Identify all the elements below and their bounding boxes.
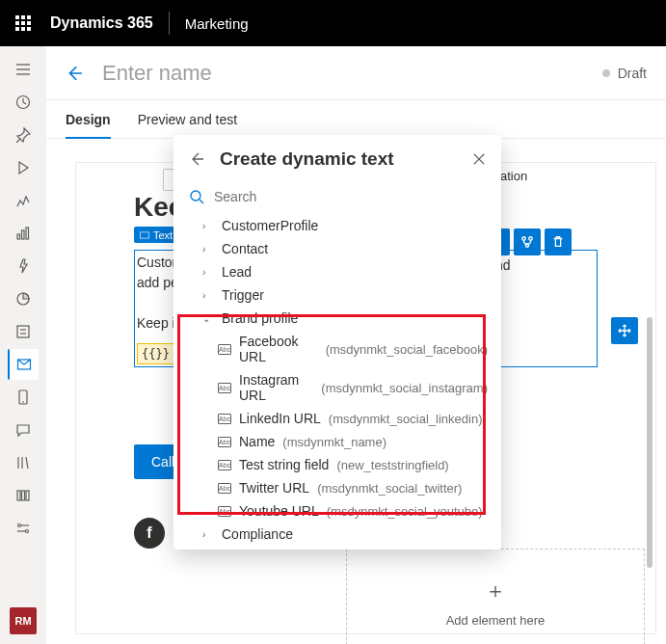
flyout-back-icon[interactable] — [189, 151, 204, 167]
facebook-icon[interactable]: f — [134, 518, 165, 549]
svg-point-40 — [191, 191, 200, 201]
hamburger-icon[interactable] — [8, 54, 39, 85]
columns-icon[interactable] — [8, 480, 39, 511]
leaf-schema: (msdynmkt_name) — [282, 435, 386, 449]
chevron-right-icon: › — [202, 267, 214, 278]
app-launcher-icon[interactable] — [8, 8, 39, 39]
plus-icon: ＋ — [485, 577, 506, 605]
left-nav-rail: RM — [0, 46, 46, 644]
leaf-label: Instagram URL — [239, 372, 313, 403]
search-input[interactable] — [214, 189, 486, 204]
tree-node[interactable]: ›Trigger — [179, 283, 497, 307]
flyout-title: Create dynamic text — [220, 148, 457, 170]
field-icon: Abc — [218, 460, 231, 470]
tree-node[interactable]: ›Contact — [179, 237, 497, 260]
tree-node[interactable]: ›Lead — [179, 260, 497, 283]
leaf-label: Youtube URL — [239, 503, 319, 519]
tree-leaf[interactable]: AbcYoutube URL (msdynmkt_social_youtube) — [179, 499, 497, 523]
chat-icon[interactable] — [8, 415, 39, 445]
pin-icon[interactable] — [8, 120, 39, 150]
topbar-divider — [169, 12, 170, 35]
tabs: Design Preview and test — [46, 100, 666, 139]
leaf-label: Twitter URL — [239, 480, 309, 496]
tree-leaf[interactable]: AbcTest string field (new_teststringfiel… — [179, 453, 497, 476]
leaf-label: Name — [239, 434, 275, 449]
chevron-right-icon: › — [202, 290, 214, 301]
tree-node-label: Trigger — [222, 287, 264, 303]
tree-node-label: CustomerProfile — [222, 218, 318, 233]
svg-rect-1 — [21, 15, 25, 19]
dynamic-token[interactable]: {{}} — [137, 343, 174, 364]
journeys-icon[interactable] — [8, 185, 39, 216]
tab-label: Preview and test — [138, 112, 238, 127]
product-brand[interactable]: Dynamics 365 — [50, 14, 153, 32]
field-icon: Abc — [218, 437, 231, 447]
search-icon — [189, 189, 204, 204]
svg-point-29 — [18, 524, 21, 527]
leaf-label: Test string field — [239, 457, 329, 472]
svg-point-35 — [522, 237, 526, 241]
back-icon[interactable] — [66, 65, 83, 82]
svg-rect-0 — [15, 15, 19, 19]
page-title[interactable]: Enter name — [102, 61, 212, 86]
recent-icon[interactable] — [8, 87, 39, 118]
svg-rect-26 — [17, 491, 20, 500]
svg-rect-6 — [15, 27, 19, 31]
tree-node[interactable]: ›CustomerProfile — [179, 214, 497, 237]
tree-node[interactable]: ⌄Brand profile — [179, 307, 497, 330]
branch-button[interactable] — [514, 228, 541, 255]
field-icon: Abc — [218, 506, 231, 517]
dynamic-text-flyout: Create dynamic text ›CustomerProfile›Con… — [173, 135, 501, 550]
mobile-icon[interactable] — [8, 382, 39, 413]
user-avatar[interactable]: RM — [10, 607, 37, 634]
module-label[interactable]: Marketing — [185, 15, 249, 32]
add-element-dropzone[interactable]: ＋ Add element here — [346, 549, 645, 644]
chevron-right-icon: › — [202, 221, 214, 231]
svg-rect-15 — [26, 228, 29, 239]
svg-rect-7 — [21, 27, 25, 31]
settings-icon[interactable] — [8, 513, 39, 544]
text-tag-label: Text — [153, 229, 173, 241]
leaf-schema: (msdynmkt_social_youtube) — [327, 504, 483, 519]
flyout-search[interactable] — [173, 183, 501, 214]
insights-icon[interactable] — [8, 283, 39, 314]
canvas-scrollbar[interactable] — [647, 317, 653, 568]
tree-leaf[interactable]: AbcTwitter URL (msdynmkt_social_twitter) — [179, 476, 497, 499]
leaf-schema: (msdynmkt_social_instagram) — [321, 381, 488, 395]
svg-line-25 — [26, 457, 28, 469]
leaf-label: Facebook URL — [239, 334, 318, 364]
leaf-schema: (msdynmkt_social_linkedin) — [329, 412, 483, 426]
field-icon: Abc — [218, 383, 231, 393]
play-icon[interactable] — [8, 152, 39, 183]
tab-design[interactable]: Design — [66, 100, 111, 138]
field-icon: Abc — [218, 344, 231, 355]
tree-node[interactable]: ›Compliance — [179, 523, 497, 546]
svg-rect-33 — [141, 231, 149, 237]
tab-label: Design — [66, 112, 111, 127]
svg-rect-14 — [22, 230, 25, 239]
svg-rect-27 — [22, 491, 25, 500]
tree-leaf[interactable]: AbcInstagram URL (msdynmkt_social_instag… — [179, 368, 497, 407]
tab-preview[interactable]: Preview and test — [138, 100, 238, 138]
svg-point-31 — [26, 530, 29, 533]
analytics-icon[interactable] — [8, 218, 39, 249]
move-handle-icon[interactable] — [611, 317, 638, 344]
leaf-label: LinkedIn URL — [239, 411, 321, 426]
tree-leaf[interactable]: AbcName (msdynmkt_name) — [179, 430, 497, 453]
svg-rect-5 — [27, 21, 31, 25]
close-icon[interactable] — [472, 152, 486, 166]
triggers-icon[interactable] — [8, 251, 39, 282]
tree-node-label: Brand profile — [222, 310, 298, 326]
delete-button[interactable] — [545, 228, 572, 255]
email-icon[interactable] — [8, 349, 39, 380]
chevron-down-icon: ⌄ — [202, 313, 214, 324]
status-badge: Draft — [618, 66, 647, 81]
library-icon[interactable] — [8, 447, 39, 478]
tree-leaf[interactable]: AbcFacebook URL (msdynmkt_social_faceboo… — [179, 330, 497, 368]
svg-rect-8 — [27, 27, 31, 31]
chevron-right-icon: › — [202, 529, 214, 540]
tree-leaf[interactable]: AbcLinkedIn URL (msdynmkt_social_linkedi… — [179, 407, 497, 430]
page-header: Enter name Draft — [46, 46, 666, 100]
status-dot-icon — [602, 69, 610, 77]
forms-icon[interactable] — [8, 316, 39, 347]
